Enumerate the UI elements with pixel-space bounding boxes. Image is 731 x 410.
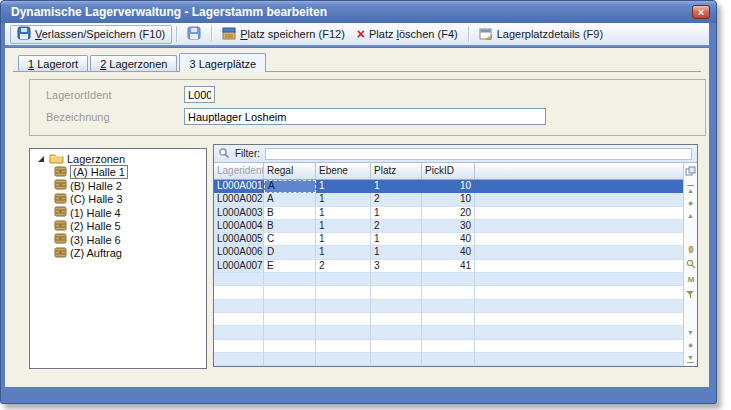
- bezeichnung-field[interactable]: [184, 108, 546, 125]
- cell-platz[interactable]: 1: [371, 246, 422, 259]
- toolbar-separator: [468, 26, 469, 42]
- cell-regal[interactable]: C: [264, 233, 316, 246]
- grid-row-selected[interactable]: L000A001 A 1 1 10: [214, 180, 683, 193]
- cell-ebene[interactable]: 1: [316, 180, 371, 193]
- tree-root-lagerzonen[interactable]: Lagerzonen: [30, 152, 206, 166]
- cell-platz[interactable]: 2: [371, 193, 422, 206]
- cell-lagerident[interactable]: L000A006: [214, 246, 264, 259]
- cell-platz[interactable]: 3: [371, 260, 422, 273]
- row-up-icon[interactable]: ▲: [687, 212, 694, 219]
- lagerortident-label: LagerortIdent: [46, 89, 111, 101]
- filter-funnel-icon[interactable]: [686, 290, 695, 299]
- insert-row-icon[interactable]: (|): [688, 245, 693, 253]
- column-header-platz[interactable]: Platz: [371, 163, 422, 179]
- cell-platz[interactable]: 1: [371, 207, 422, 220]
- tree-item-halle6[interactable]: (3) Halle 6: [30, 233, 206, 247]
- cell-regal[interactable]: B: [264, 220, 316, 233]
- cell-filler: [475, 260, 683, 273]
- tab-strip: 1 Lagerort 2 Lagerzonen 3 Lagerplätze: [18, 54, 268, 72]
- cell-regal[interactable]: E: [264, 260, 316, 273]
- lagerortident-field[interactable]: [184, 86, 215, 103]
- cell-lagerident[interactable]: L000A004: [214, 220, 264, 233]
- cell-ebene[interactable]: 2: [316, 260, 371, 273]
- cell-ebene[interactable]: 1: [316, 246, 371, 259]
- place-details-button[interactable]: Lagerplatzdetails (F9): [473, 25, 609, 44]
- cell-regal[interactable]: B: [264, 207, 316, 220]
- cell-platz[interactable]: 1: [371, 233, 422, 246]
- save-exit-button[interactable]: Verlassen/Speichern (F10): [10, 25, 172, 44]
- close-button[interactable]: ×: [692, 5, 710, 19]
- client-area: Verlassen/Speichern (F10) Platz speicher…: [5, 23, 709, 387]
- cell-regal-focused[interactable]: A: [264, 180, 316, 193]
- cell-filler: [475, 207, 683, 220]
- tree-item-label: (Z) Auftrag: [70, 247, 122, 259]
- tab-page: 1 Lagerort 2 Lagerzonen 3 Lagerplätze La…: [5, 48, 709, 387]
- tree-item-halle2[interactable]: (B) Halle 2: [30, 179, 206, 193]
- delete-place-button[interactable]: × Platz löschen (F4): [351, 25, 464, 44]
- cell-pickid[interactable]: 10: [422, 193, 475, 206]
- grid-navigator-strip[interactable]: ▲ ◆ ▲ (|) M ▼ ◆ ▼: [683, 163, 697, 366]
- filter-input[interactable]: [265, 148, 692, 160]
- cell-platz[interactable]: 2: [371, 220, 422, 233]
- page-up-icon[interactable]: ◆: [688, 200, 693, 206]
- column-header-ebene[interactable]: Ebene: [316, 163, 371, 179]
- save-place-label: Platz speichern (F12): [240, 28, 345, 40]
- column-chooser-icon[interactable]: [685, 163, 696, 179]
- summary-icon[interactable]: M: [688, 276, 694, 284]
- grid-row[interactable]: L000A002 A 1 2 10: [214, 193, 683, 206]
- cell-regal[interactable]: D: [264, 246, 316, 259]
- window-title: Dynamische Lagerverwaltung - Lagerstamm …: [11, 5, 327, 19]
- tab-lagerplaetze[interactable]: 3 Lagerplätze: [179, 53, 266, 72]
- cell-ebene[interactable]: 1: [316, 193, 371, 206]
- cell-lagerident[interactable]: L000A007: [214, 260, 264, 273]
- cell-lagerident[interactable]: L000A005: [214, 233, 264, 246]
- cell-platz[interactable]: 1: [371, 180, 422, 193]
- cell-pickid[interactable]: 20: [422, 207, 475, 220]
- column-header-regal[interactable]: Regal: [264, 163, 316, 179]
- grid-row[interactable]: L000A005 C 1 1 40: [214, 233, 683, 246]
- cell-pickid[interactable]: 10: [422, 180, 475, 193]
- save-place-button[interactable]: Platz speichern (F12): [216, 25, 351, 44]
- column-header-lagerident[interactable]: Lagerident: [214, 163, 264, 179]
- tree-item-halle3[interactable]: (C) Halle 3: [30, 193, 206, 207]
- save-button[interactable]: [181, 25, 207, 44]
- tree-item-auftrag[interactable]: (Z) Auftrag: [30, 247, 206, 261]
- tab-lagerort[interactable]: 1 Lagerort: [18, 55, 88, 72]
- cell-regal[interactable]: A: [264, 193, 316, 206]
- grid-row[interactable]: L000A003 B 1 1 20: [214, 207, 683, 220]
- tree-item-halle4[interactable]: (1) Halle 4: [30, 206, 206, 220]
- cell-lagerident[interactable]: L000A002: [214, 193, 264, 206]
- tree-expand-icon[interactable]: [38, 156, 44, 162]
- grid-row[interactable]: L000A006 D 1 1 40: [214, 246, 683, 259]
- tree-item-label: (B) Halle 2: [70, 180, 122, 192]
- folder-icon: [49, 152, 64, 166]
- cell-lagerident[interactable]: L000A003: [214, 207, 264, 220]
- page-down-icon[interactable]: ◆: [688, 342, 693, 348]
- grid-row[interactable]: L000A007 E 2 3 41: [214, 260, 683, 273]
- tree-item-label: (1) Halle 4: [70, 207, 121, 219]
- filter-label: Filter:: [235, 148, 260, 159]
- cell-filler: [475, 180, 683, 193]
- cell-ebene[interactable]: 1: [316, 207, 371, 220]
- column-header-filler: [475, 163, 683, 179]
- cell-lagerident[interactable]: L000A001: [214, 180, 264, 193]
- cell-pickid[interactable]: 41: [422, 260, 475, 273]
- cell-pickid[interactable]: 30: [422, 220, 475, 233]
- tab-lagerzonen[interactable]: 2 Lagerzonen: [90, 55, 177, 72]
- save-exit-label: Verlassen/Speichern (F10): [35, 28, 165, 40]
- tree-item-halle5[interactable]: (2) Halle 5: [30, 220, 206, 234]
- go-first-icon[interactable]: ▲: [687, 185, 694, 194]
- cell-pickid[interactable]: 40: [422, 233, 475, 246]
- column-header-pickid[interactable]: PickID: [422, 163, 475, 179]
- search-row-icon[interactable]: [686, 259, 696, 270]
- floppy-disk-icon: [187, 26, 201, 42]
- tree-item-halle1[interactable]: (A) Halle 1: [30, 166, 206, 180]
- titlebar[interactable]: Dynamische Lagerverwaltung - Lagerstamm …: [1, 1, 716, 23]
- row-down-icon[interactable]: ▼: [687, 329, 694, 336]
- cell-pickid[interactable]: 40: [422, 246, 475, 259]
- cell-ebene[interactable]: 1: [316, 220, 371, 233]
- grid-row[interactable]: L000A004 B 1 2 30: [214, 220, 683, 233]
- empty-row: [214, 353, 683, 366]
- cell-ebene[interactable]: 1: [316, 233, 371, 246]
- go-last-icon[interactable]: ▼: [687, 354, 694, 363]
